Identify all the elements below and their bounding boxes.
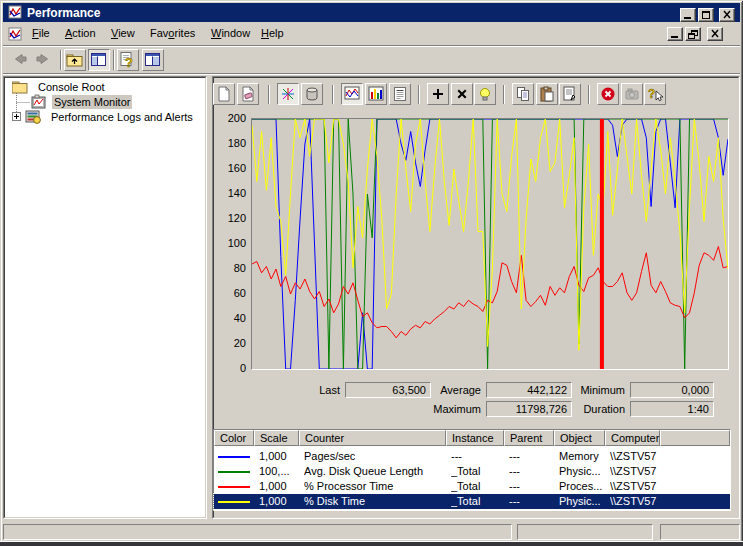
legend-column-computer[interactable]: Computer [605, 430, 660, 446]
menu-favorites[interactable]: Favorites [150, 27, 195, 39]
legend-row-avg--disk-queue-length[interactable]: 100,...Avg. Disk Queue Length_Total---Ph… [214, 464, 730, 479]
paste-icon [539, 86, 555, 104]
legend-cell-object: Proces... [559, 480, 604, 492]
menu-action[interactable]: Action [65, 27, 96, 39]
view-log-file-data-button[interactable] [301, 83, 323, 105]
camera-icon [624, 86, 640, 104]
nav-toolbar: ? [3, 47, 740, 74]
legend-row---disk-time[interactable]: 1,000% Disk Time_Total---Physic...\\ZSTV… [214, 494, 730, 509]
minimum-label: Minimum [555, 384, 625, 396]
plus-icon [430, 86, 446, 104]
console-icon[interactable] [8, 27, 22, 41]
system-monitor-icon [30, 94, 47, 110]
mdi-close-button[interactable] [707, 27, 723, 41]
legend-column-object[interactable]: Object [554, 430, 605, 446]
action-panel-icon [144, 51, 162, 71]
legend-column-instance[interactable]: Instance [446, 430, 504, 446]
help-topics-button[interactable]: ? [117, 49, 139, 71]
maximize-button[interactable] [698, 8, 714, 22]
status-panel-3 [660, 524, 740, 540]
tree-item-system-monitor[interactable]: System Monitor [52, 95, 132, 109]
legend-cell-counter: Avg. Disk Queue Length [304, 465, 445, 477]
menu-window[interactable]: Window [211, 27, 250, 39]
highlight-button[interactable] [474, 83, 496, 105]
legend-cell-scale: 1,000 [259, 480, 298, 492]
bulb-icon [477, 86, 493, 104]
app-icon [8, 5, 22, 19]
legend-row---processor-time[interactable]: 1,000% Processor Time_Total---Proces...\… [214, 479, 730, 494]
legend-cell-instance: _Total [451, 465, 503, 477]
legend-row-pages-sec[interactable]: 1,000Pages/sec------Memory\\ZSTV57 [214, 449, 730, 464]
back-button[interactable] [9, 49, 31, 71]
copy-properties-button[interactable] [512, 83, 534, 105]
help-ptr-icon: ? [647, 86, 663, 104]
title-bar[interactable]: Performance [3, 3, 740, 22]
counter-color-sample [218, 486, 250, 488]
tree-item-console-root[interactable]: Console Root [36, 80, 107, 94]
mdi-restore-button[interactable] [685, 27, 701, 41]
show-hide-action-pane-button[interactable] [142, 49, 164, 71]
view-histogram-button[interactable] [365, 83, 387, 105]
legend-column-color[interactable]: Color [214, 430, 254, 446]
y-axis-tick: 40 [216, 312, 246, 324]
legend-cell-counter: Pages/sec [304, 450, 445, 462]
properties-button[interactable] [559, 83, 581, 105]
chart-plot-area[interactable] [251, 118, 729, 370]
close-button[interactable] [719, 8, 735, 22]
chart-lines [252, 119, 728, 369]
mdi-minimize-button[interactable] [667, 27, 683, 41]
svg-text:?: ? [648, 87, 655, 101]
view-graph-button[interactable] [341, 83, 363, 105]
clear-display-button[interactable] [237, 83, 259, 105]
counter-legend: ColorScaleCounterInstanceParentObjectCom… [213, 429, 731, 511]
cylinder-icon [304, 86, 320, 104]
add-counters-button[interactable] [427, 83, 449, 105]
legend-column-scale[interactable]: Scale [254, 430, 299, 446]
legend-cell-object: Physic... [559, 495, 604, 507]
folder-icon [12, 80, 28, 94]
tree-item-performance-logs[interactable]: Performance Logs and Alerts [49, 110, 195, 124]
help-button[interactable]: ? [644, 83, 666, 105]
paste-counter-list-button[interactable] [536, 83, 558, 105]
performance-logs-icon [25, 109, 42, 124]
y-axis-tick: 100 [216, 237, 246, 249]
current-position-bar [600, 119, 604, 369]
duration-value: 1:40 [630, 401, 714, 417]
toolbar-separator [113, 50, 115, 70]
y-axis-tick: 120 [216, 212, 246, 224]
legend-column-counter[interactable]: Counter [299, 430, 446, 446]
legend-cell-counter: % Disk Time [304, 495, 445, 507]
window-title: Performance [27, 6, 100, 20]
new-counter-set-button[interactable] [213, 83, 235, 105]
console-tree-pane: Console Root System Monitor Performanc [3, 76, 207, 519]
menu-file[interactable]: File [32, 27, 50, 39]
legend-cell-instance: _Total [451, 495, 503, 507]
show-hide-console-tree-button[interactable] [88, 49, 110, 71]
legend-cell-parent: --- [509, 495, 553, 507]
histogram-icon [368, 86, 384, 104]
toolbar-separator [268, 85, 270, 104]
menu-view[interactable]: View [111, 27, 135, 39]
minimize-button[interactable] [680, 8, 696, 22]
forward-button[interactable] [34, 49, 56, 71]
up-one-level-button[interactable] [64, 49, 86, 71]
update-data-button[interactable] [621, 83, 643, 105]
y-axis-tick: 180 [216, 137, 246, 149]
performance-window: Performance FileActionViewFavoritesWindo… [0, 0, 743, 546]
freeze-display-button[interactable] [597, 83, 619, 105]
arrow-left-icon [10, 50, 28, 70]
menu-help[interactable]: Help [261, 27, 284, 39]
legend-cell-parent: --- [509, 465, 553, 477]
legend-cell-scale: 1,000 [259, 495, 298, 507]
view-report-button[interactable] [389, 83, 411, 105]
expand-plus-icon[interactable] [12, 112, 22, 122]
graph-icon [344, 86, 360, 104]
delete-counter-button[interactable] [451, 83, 473, 105]
cross-icon [454, 86, 470, 104]
help-page-icon: ? [119, 51, 137, 71]
status-panel-2 [517, 524, 653, 540]
legend-column-parent[interactable]: Parent [504, 430, 554, 446]
view-current-activity-button[interactable] [277, 83, 299, 105]
page-clear-icon [240, 86, 256, 104]
legend-cell-computer: \\ZSTV57 [610, 465, 659, 477]
